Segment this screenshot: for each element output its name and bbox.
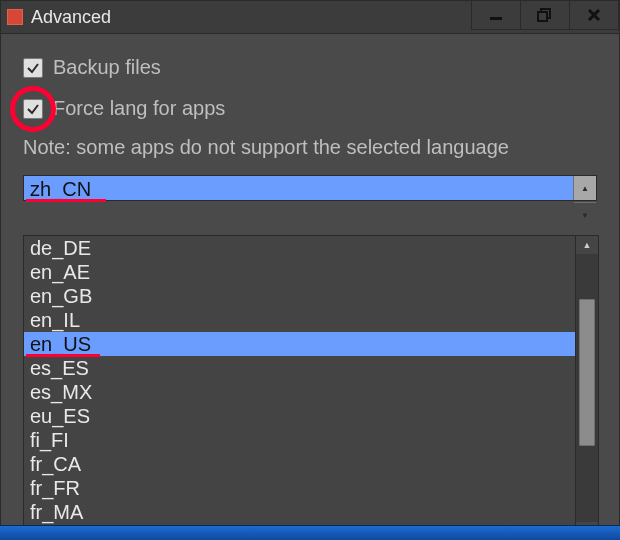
dropdown-item[interactable]: de_DE: [24, 236, 576, 260]
scroll-up-icon[interactable]: ▲: [576, 236, 598, 254]
stepper-up-icon[interactable]: ▲: [574, 176, 596, 203]
dropdown-item[interactable]: en_GB: [24, 284, 576, 308]
backup-files-row: Backup files: [23, 56, 597, 79]
dropdown-item[interactable]: eu_ES: [24, 404, 576, 428]
svg-rect-0: [490, 17, 502, 20]
force-lang-label: Force lang for apps: [53, 97, 225, 120]
language-dropdown: de_DEen_AEen_GBen_ILen_USes_ESes_MXeu_ES…: [23, 235, 599, 540]
note-text: Note: some apps do not support the selec…: [23, 136, 597, 159]
language-combo[interactable]: zh_CN ▲ ▼: [23, 175, 597, 201]
dropdown-item[interactable]: es_ES: [24, 356, 576, 380]
minimize-button[interactable]: [471, 0, 521, 30]
dropdown-item[interactable]: en_US: [24, 332, 576, 356]
dropdown-item[interactable]: fr_CA: [24, 452, 576, 476]
window-title: Advanced: [31, 7, 111, 28]
close-button[interactable]: [569, 0, 619, 30]
stepper-down-icon[interactable]: ▼: [574, 203, 596, 229]
scroll-thumb[interactable]: [579, 299, 595, 446]
dropdown-item[interactable]: es_MX: [24, 380, 576, 404]
dropdown-list[interactable]: de_DEen_AEen_GBen_ILen_USes_ESes_MXeu_ES…: [24, 236, 576, 540]
combo-stepper[interactable]: ▲ ▼: [573, 176, 596, 200]
checkmark-icon: [26, 102, 40, 116]
svg-rect-2: [538, 12, 547, 21]
advanced-window: Advanced: [0, 0, 620, 540]
dropdown-scrollbar[interactable]: ▲ ▼: [575, 236, 598, 540]
content-area: Backup files Force lang for apps Note: s…: [1, 34, 619, 201]
dropdown-item[interactable]: en_AE: [24, 260, 576, 284]
app-icon: [7, 9, 23, 25]
checkmark-icon: [26, 61, 40, 75]
dropdown-item[interactable]: fr_MA: [24, 500, 576, 524]
dropdown-item[interactable]: fr_FR: [24, 476, 576, 500]
dropdown-item[interactable]: en_IL: [24, 308, 576, 332]
backup-files-checkbox[interactable]: [23, 58, 43, 78]
force-lang-row: Force lang for apps: [23, 97, 597, 120]
maximize-button[interactable]: [520, 0, 570, 30]
combo-selected-value: zh_CN: [30, 178, 91, 200]
titlebar[interactable]: Advanced: [1, 1, 619, 34]
force-lang-checkbox[interactable]: [23, 99, 43, 119]
dropdown-item[interactable]: fi_FI: [24, 428, 576, 452]
taskbar: [0, 525, 620, 540]
scroll-track[interactable]: [576, 254, 598, 522]
backup-files-label: Backup files: [53, 56, 161, 79]
window-controls: [472, 0, 619, 30]
